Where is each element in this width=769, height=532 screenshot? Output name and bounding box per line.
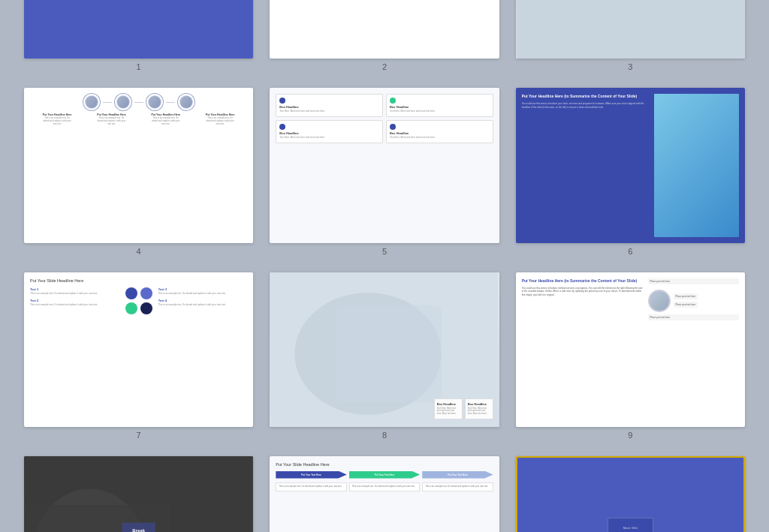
slide8-box-title-2: Box Headline bbox=[468, 402, 490, 406]
petal-1 bbox=[125, 287, 137, 299]
arrow-1: Put Your Text Here bbox=[276, 471, 346, 479]
slide-8[interactable]: Box Headline Text Here, More text here a… bbox=[270, 272, 499, 427]
slide-wrapper-11: Put Your Slide Headline Here Put Your Te… bbox=[270, 456, 499, 532]
side-label-1: Place your text here bbox=[648, 278, 739, 284]
slide-7-left: Text 1 This is an example text. Go ahead… bbox=[30, 287, 119, 314]
text-block-1: Text 1 This is an example text. Go ahead… bbox=[30, 287, 119, 295]
text-block-2: Text 2 This is an example text. Go ahead… bbox=[30, 299, 119, 306]
svg-rect-0 bbox=[516, 0, 744, 59]
slide-2[interactable]: Put Your Slide Headline Here Box Headlin… bbox=[270, 0, 499, 59]
box5-title-1: Box Headline bbox=[279, 105, 379, 109]
slide-9[interactable]: Put Your Headline Here (to Summarize the… bbox=[516, 272, 745, 427]
slide-9-right: Place your text here Place your text her… bbox=[648, 278, 739, 421]
worker-svg bbox=[24, 456, 253, 532]
slide-6[interactable]: Put Your Headline Here (to Summarize the… bbox=[516, 88, 745, 242]
slide-10-bg bbox=[24, 456, 253, 532]
slide-7-flower-container bbox=[124, 287, 154, 314]
slide-11-headline: Put Your Slide Headline Here bbox=[276, 462, 493, 467]
slide-11-arrows: Put Your Text Here Put Your Text Here Pu… bbox=[276, 471, 493, 479]
slide-9-circle-area: Place your text here Place your text her… bbox=[648, 290, 739, 312]
circle-2 bbox=[115, 94, 131, 110]
slide-12[interactable]: Made With PPTPOP ▼ bbox=[516, 456, 745, 532]
slide-3-svg bbox=[516, 0, 745, 59]
slide-5-box-2: Box Headline Text Here, More text here a… bbox=[386, 94, 493, 117]
slide-wrapper-10: Break Slide 10 bbox=[24, 456, 253, 532]
slide-10[interactable]: Break Slide bbox=[24, 456, 253, 532]
slide-number-6: 6 bbox=[628, 247, 632, 256]
slide-4-circles bbox=[30, 94, 247, 110]
box5-title-4: Box Headline bbox=[390, 131, 490, 135]
slide-wrapper-7: Put Your Slide Headline Here Text 1 This… bbox=[24, 272, 253, 440]
circle-4 bbox=[178, 94, 195, 110]
slide-9-text: You could use this area to introduce med… bbox=[522, 287, 644, 297]
slide-8-box-2: Box Headline Text Here, More text here a… bbox=[465, 398, 493, 419]
box11-text-3: This is an example text. Go ahead and re… bbox=[425, 485, 490, 488]
box5-text-1: Text Here, More text here and more text … bbox=[279, 110, 379, 113]
slide-12-made-with: Made With bbox=[619, 526, 641, 530]
text-body-2: This is an example text. Go ahead and re… bbox=[30, 303, 119, 306]
slide-5-box-1: Box Headline Text Here, More text here a… bbox=[276, 94, 383, 117]
slide-wrapper-3: + Break Slide + 3 bbox=[516, 0, 745, 71]
slide-4[interactable]: Put Your Headline Here This is an exampl… bbox=[24, 88, 253, 242]
arrow-3: Put Your Text Here bbox=[422, 471, 493, 479]
arrow-2: Put Your Text Here bbox=[349, 471, 420, 479]
slide-5[interactable]: Box Headline Text Here, More text here a… bbox=[270, 88, 499, 242]
slide-4-labels: Put Your Headline Here This is an exampl… bbox=[30, 113, 247, 125]
box11-text-1: This is an example text. Go ahead and re… bbox=[279, 485, 343, 488]
slide-wrapper-2: Put Your Slide Headline Here Box Headlin… bbox=[270, 0, 499, 71]
text-body-3: This is an example text. Go ahead and re… bbox=[158, 292, 248, 295]
text-title-3: Text 3 bbox=[158, 287, 248, 291]
slide-7-right-text: Text 3 This is an example text. Go ahead… bbox=[158, 287, 248, 314]
line-1 bbox=[103, 102, 112, 103]
text-title-4: Text 4 bbox=[158, 299, 248, 302]
slide-3[interactable]: + Break Slide + bbox=[516, 0, 745, 59]
slide-6-image bbox=[654, 94, 739, 236]
label-2: Put Your Headline Here This is an exampl… bbox=[96, 113, 126, 125]
slide8-box-title-1: Box Headline bbox=[437, 402, 460, 406]
slide-number-5: 5 bbox=[382, 247, 387, 256]
slide-7[interactable]: Put Your Slide Headline Here Text 1 This… bbox=[24, 272, 253, 427]
text-block-4: Text 4 This is an example text. Go ahead… bbox=[158, 299, 248, 306]
box5-icon-3 bbox=[279, 124, 285, 130]
flower-graphic bbox=[125, 287, 152, 314]
slide-11[interactable]: Put Your Slide Headline Here Put Your Te… bbox=[270, 456, 499, 532]
label-3-text: This is an example text. Go ahead and re… bbox=[151, 117, 181, 125]
slide-number-3: 3 bbox=[628, 62, 632, 71]
slide-wrapper-12: Made With PPTPOP ▼ 12 bbox=[516, 456, 745, 532]
slide-11-box-3: This is an example text. Go ahead and re… bbox=[422, 482, 493, 491]
petal-2 bbox=[140, 287, 152, 299]
circle-1 bbox=[83, 94, 100, 110]
slide-8-boxes: Box Headline Text Here, More text here a… bbox=[434, 398, 493, 419]
slide-12-inner: Made With PPTPOP ▼ bbox=[608, 518, 653, 532]
break-slide-text: Break Slide bbox=[132, 527, 145, 532]
slide-1[interactable]: + MEDICAL TEMPLATE bbox=[24, 0, 253, 59]
side-label-4: Place your text here bbox=[648, 314, 739, 320]
slide-number-2: 2 bbox=[382, 62, 387, 71]
line-2 bbox=[134, 102, 143, 103]
slide8-box-text-2: Text Here, More text here and more text … bbox=[468, 407, 490, 416]
text-body-4: This is an example text. Go ahead and re… bbox=[158, 303, 248, 306]
text-title-1: Text 1 bbox=[30, 287, 119, 291]
slides-grid: + MEDICAL TEMPLATE 1 Put Your Slide Head… bbox=[0, 0, 769, 532]
slide-number-7: 7 bbox=[137, 431, 141, 440]
slide-5-box-3: Box Headline Text Here, More text here a… bbox=[276, 120, 383, 143]
label-2-text: This is an example text. Go ahead and re… bbox=[96, 117, 126, 125]
side-label-3: Place your text here bbox=[674, 302, 698, 308]
slide-7-headline: Put Your Slide Headline Here bbox=[30, 278, 247, 283]
slide-7-content: Text 1 This is an example text. Go ahead… bbox=[30, 287, 247, 314]
slide-8-box-1: Box Headline Text Here, More text here a… bbox=[434, 398, 463, 419]
slide-number-9: 9 bbox=[628, 431, 632, 440]
slide-wrapper-8: Box Headline Text Here, More text here a… bbox=[270, 272, 499, 440]
slide-6-text: You could use this area to introduce you… bbox=[522, 102, 650, 109]
label-3: Put Your Headline Here This is an exampl… bbox=[151, 113, 181, 125]
svg-rect-6 bbox=[336, 305, 442, 402]
label-4-text: This is an example text. Go ahead and re… bbox=[205, 117, 235, 125]
slide-5-box-4: Box Headline Text Here, More text here a… bbox=[386, 120, 493, 143]
slide-11-box-2: This is an example text. Go ahead and re… bbox=[349, 482, 420, 491]
label-1: Put Your Headline Here This is an exampl… bbox=[42, 113, 72, 125]
petal-4 bbox=[140, 302, 152, 314]
slide-number-8: 8 bbox=[382, 431, 387, 440]
slide-9-headline: Put Your Headline Here (to Summarize the… bbox=[522, 278, 644, 284]
slide-wrapper-9: Put Your Headline Here (to Summarize the… bbox=[516, 272, 745, 440]
slide-9-circle bbox=[648, 290, 671, 312]
